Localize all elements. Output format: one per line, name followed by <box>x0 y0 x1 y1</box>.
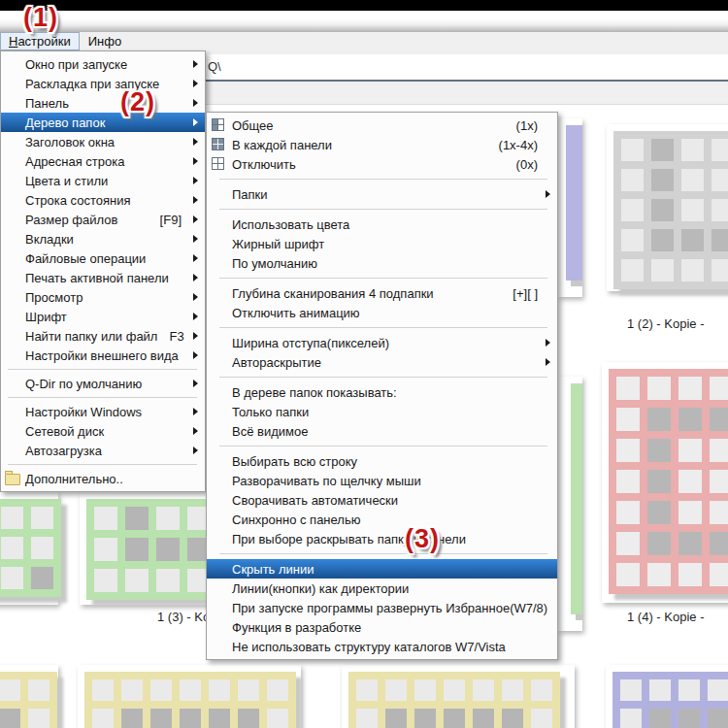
menu-item-всё-видимое[interactable]: Всё видимое <box>207 421 557 441</box>
menu-item-окно-при-запуске[interactable]: Окно при запуске <box>1 54 205 74</box>
menu-item-q-dir-по-умолчанию[interactable]: Q-Dir по умолчанию <box>1 374 205 393</box>
thumb-yellow-mid[interactable] <box>78 665 301 728</box>
menu-item-адресная-строка[interactable]: Адресная строка <box>1 151 205 171</box>
thumb-tile <box>711 139 728 161</box>
menu-item-жирный-шрифт[interactable]: Жирный шрифт <box>207 234 557 253</box>
menu-item-отключить[interactable]: Отключить(0x) <box>207 154 557 174</box>
thumb-tile <box>681 169 704 191</box>
thumb-tile <box>150 709 172 728</box>
menu-item-синхронно-с-панелью[interactable]: Синхронно с панелью <box>207 510 557 529</box>
menu-item-в-дереве-папок-показывать[interactable]: В дереве папок показывать: <box>207 382 557 402</box>
menu-item-label: Q-Dir по умолчанию <box>25 377 142 391</box>
menu-item-вкладки[interactable]: Вкладки <box>1 229 205 248</box>
submenu-arrow-icon <box>193 254 198 262</box>
menu-item-размер-файлов[interactable]: Размер файлов[F9] <box>1 210 205 229</box>
thumb-tile <box>180 679 201 701</box>
menu-item-label: Окно при запуске <box>25 57 127 72</box>
menu-item-сворачивать-автоматически[interactable]: Сворачивать автоматически <box>207 490 557 510</box>
submenu-arrow-icon <box>193 427 198 435</box>
thumb-tile-grid <box>613 131 728 289</box>
menu-item-при-запуске-программы-развернуть-избранное-w7-8[interactable]: При запуске программы развернуть Избранн… <box>207 598 557 617</box>
menu-item-по-умолчанию[interactable]: По умолчанию <box>207 253 557 273</box>
menu-item-панель[interactable]: Панель <box>1 93 205 113</box>
thumb-green-left[interactable] <box>0 492 58 605</box>
annotation-step-2: (2) <box>120 87 155 117</box>
menubar-item-settings[interactable]: Настройки <box>0 32 80 50</box>
menu-item-не-использовать-структуру-каталогов-w7-vista[interactable]: Не использовать структуру каталогов W7/V… <box>207 637 557 656</box>
thumb-yellow-right[interactable] <box>342 665 575 728</box>
menu-item-дополнительно[interactable]: Дополнительно.. <box>1 469 205 488</box>
thumb-gray[interactable] <box>607 124 728 291</box>
submenu-arrow-icon <box>546 339 550 347</box>
menu-item-в-каждой-панели[interactable]: В каждой панели(1x-4x) <box>207 135 557 154</box>
menu-item-автораскрытие[interactable]: Автораскрытие <box>207 352 557 372</box>
thumb-tile <box>0 679 20 701</box>
menu-item-label: Найти папку или файл <box>25 329 157 344</box>
menu-item-скрыть-линии[interactable]: Скрыть линии <box>207 559 557 579</box>
menu-item-отключить-анимацию[interactable]: Отключить анимацию <box>207 303 557 322</box>
menu-item-разворачивать-по-щелчку-мыши[interactable]: Разворачивать по щелчку мыши <box>207 471 557 490</box>
menu-item-настройки-внешнего-вида[interactable]: Настройки внешнего вида <box>1 346 205 365</box>
menu-item-при-выборе-раскрывать-папку-и-панели[interactable]: При выборе раскрывать папку и панели <box>207 529 557 548</box>
thumb-tile <box>473 679 494 701</box>
settings-menu: Окно при запускеРаскладка при запускеПан… <box>0 50 206 492</box>
menu-item-автозагрузка[interactable]: Автозагрузка <box>1 441 205 460</box>
thumb-tile <box>678 377 702 400</box>
menu-item-функция-в-разработке[interactable]: Функция в разработке <box>207 617 557 637</box>
thumb-tile <box>94 538 117 561</box>
menu-item-глубина-сканирования-4-подпапки[interactable]: Глубина сканирования 4 подпапки[+][ ] <box>207 283 557 303</box>
thumb-green-main[interactable] <box>80 492 225 605</box>
menu-item-заголовок-окна[interactable]: Заголовок окна <box>1 132 205 151</box>
menu-item-общее[interactable]: Общее(1x) <box>207 116 557 135</box>
menu-item-label: Разворачивать по щелчку мыши <box>232 474 421 488</box>
thumb-tile <box>647 408 671 431</box>
menu-item-найти-папку-или-файл[interactable]: Найти папку или файлF3 <box>1 326 205 346</box>
submenu-arrow-icon <box>193 157 198 165</box>
menu-item-label: Общее <box>232 118 274 133</box>
menu-item-shortcut: [+][ ] <box>501 286 538 301</box>
menu-item-только-папки[interactable]: Только папки <box>207 402 557 421</box>
menu-item-label: Печать активной панели <box>25 271 169 285</box>
thumb-tile <box>647 501 671 524</box>
menu-item-shortcut: (1x-4x) <box>487 138 538 152</box>
thumb-lavender-partial[interactable] <box>558 118 582 297</box>
menu-item-шрифт[interactable]: Шрифт <box>1 307 205 326</box>
menu-item-использовать-цвета[interactable]: Использовать цвета <box>207 215 557 234</box>
thumb-tile <box>414 679 436 701</box>
title-bar <box>0 0 728 11</box>
thumb-tile <box>385 709 407 728</box>
menu-item-дерево-папок[interactable]: Дерево папок <box>1 113 205 132</box>
menu-item-раскладка-при-запуске[interactable]: Раскладка при запуске <box>1 74 205 93</box>
menubar-item-info[interactable]: Инфо <box>80 32 130 50</box>
menu-item-настройки-windows[interactable]: Настройки Windows <box>1 402 205 421</box>
menu-item-сетевой-диск[interactable]: Сетевой диск <box>1 421 205 441</box>
menu-item-label: Вкладки <box>25 232 74 247</box>
file-label: 1 (3) - Ko <box>157 610 210 624</box>
thumb-red[interactable] <box>602 362 728 603</box>
thumb-tile <box>678 709 700 728</box>
menu-separator <box>219 209 547 210</box>
thumb-tile <box>238 709 259 728</box>
menu-item-строка-состояния[interactable]: Строка состояния <box>1 190 205 210</box>
thumb-tile <box>710 563 728 586</box>
menu-item-ширина-отступа-пикселей[interactable]: Ширина отступа(пикселей) <box>207 333 557 352</box>
thumb-yellow-left[interactable] <box>0 665 58 728</box>
thumb-tile <box>125 538 149 561</box>
menu-item-линии-кнопки-как-директории[interactable]: Линии(кнопки) как директории <box>207 579 557 598</box>
menu-item-выбирать-всю-строку[interactable]: Выбирать всю строку <box>207 451 557 471</box>
menu-item-папки[interactable]: Папки <box>207 184 557 204</box>
menu-item-просмотр[interactable]: Просмотр <box>1 287 205 307</box>
menu-item-файловые-операции[interactable]: Файловые операции <box>1 248 205 268</box>
thumb-tile <box>678 408 702 431</box>
thumb-green-partial[interactable] <box>558 377 582 631</box>
folder-icon <box>5 474 20 485</box>
menu-item-label: Функция в разработке <box>232 620 361 635</box>
thumb-purple[interactable] <box>606 665 728 728</box>
menu-item-печать-активной-панели[interactable]: Печать активной панели <box>1 268 205 287</box>
menu-item-label: Папки <box>232 187 268 202</box>
menu-bar: Настройки Инфо <box>0 32 728 50</box>
menu-item-цвета-и-стили[interactable]: Цвета и стили <box>1 171 205 190</box>
thumb-tile <box>156 507 180 530</box>
thumb-tile <box>711 169 728 191</box>
menu-item-label: Глубина сканирования 4 подпапки <box>232 286 434 301</box>
